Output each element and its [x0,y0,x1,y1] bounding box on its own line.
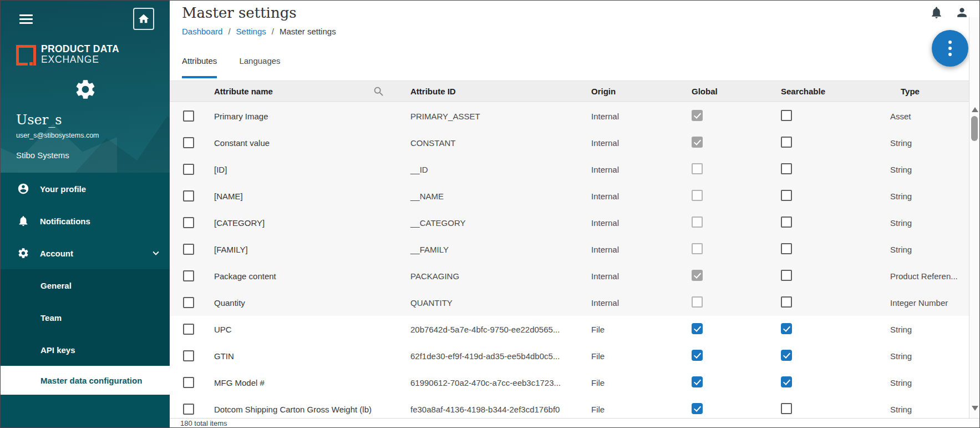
search-icon[interactable] [373,85,385,98]
row-select-checkbox[interactable] [183,137,194,148]
global-checkbox [692,163,703,174]
searchable-checkbox[interactable] [781,403,792,414]
searchable-checkbox[interactable] [781,163,792,174]
cell-attribute-id: fe30a8af-4136-4198-b344-2ef3cd176bf0 [404,405,585,414]
global-checkbox[interactable] [692,350,703,361]
header-type: Type [883,87,980,96]
table-row: GTIN62f1de30-ef9f-419d-ad35-ee5b4db0c5..… [170,343,969,369]
row-select-checkbox[interactable] [183,190,194,202]
searchable-checkbox[interactable] [781,350,792,361]
scroll-thumb[interactable] [971,116,978,141]
cell-type: String [883,351,969,361]
searchable-checkbox[interactable] [781,137,792,148]
searchable-checkbox[interactable] [781,323,792,334]
cell-attribute-name: Primary Image [207,112,404,121]
table-scrollbar[interactable] [969,17,980,418]
sidebar-item-team[interactable]: Team [1,301,170,334]
row-select-checkbox[interactable] [183,297,194,308]
cell-type: String [883,405,969,414]
breadcrumb-settings[interactable]: Settings [236,27,266,36]
global-checkbox[interactable] [692,376,703,387]
menu-icon[interactable] [19,14,33,24]
row-select-checkbox[interactable] [183,350,194,361]
logo-line1: PRODUCT DATA [41,44,119,54]
cell-type: String [883,218,969,228]
cell-attribute-id: __NAME [404,192,585,201]
tab-attributes[interactable]: Attributes [182,56,217,78]
row-select-checkbox[interactable] [183,164,194,175]
table-row: Primary ImagePRIMARY_ASSETInternalAsset [170,103,969,129]
cell-type: Integer Number [883,298,969,308]
cell-attribute-name: [ID] [207,165,404,174]
row-select-checkbox[interactable] [183,270,194,281]
sidebar-item-master-data-configuration[interactable]: Master data configuration [1,366,170,395]
cell-origin: File [585,325,685,334]
sidebar-item-general[interactable]: General [1,269,170,301]
chevron-down-icon [150,247,162,259]
tab-languages[interactable]: Languages [239,56,280,78]
searchable-checkbox[interactable] [781,270,792,281]
bell-icon [17,215,29,227]
row-select-checkbox[interactable] [183,377,194,388]
searchable-checkbox[interactable] [781,216,792,228]
global-checkbox [692,270,703,281]
table-row: Constant valueCONSTANTInternalString [170,129,969,156]
cell-origin: Internal [585,138,685,148]
person-circle-icon [17,183,29,195]
header-icons [930,6,969,19]
table-row: [NAME]__NAMEInternalString [170,183,969,209]
cell-attribute-id: 20b7642d-5a7e-4bfc-9750-ee22d0565... [404,325,585,334]
searchable-checkbox[interactable] [781,243,792,254]
cell-attribute-id: __CATEGORY [404,218,585,228]
global-checkbox [692,296,703,308]
cell-origin: Internal [585,112,685,121]
table-row: Package contentPACKAGINGInternalProduct … [170,263,969,289]
cell-attribute-name: [NAME] [207,192,404,201]
sidebar-item-your-profile[interactable]: Your profile [1,173,170,205]
cell-attribute-name: [CATEGORY] [207,218,404,228]
sidebar-nav: Your profile Notifications Account [1,173,170,269]
cell-attribute-id: __FAMILY [404,245,585,254]
searchable-checkbox[interactable] [781,110,792,121]
scroll-down-arrow-icon[interactable] [972,406,978,411]
cell-type: String [883,378,969,387]
account-submenu: General Team API keys Master data config… [1,269,170,395]
header-origin: Origin [585,87,685,96]
scroll-up-arrow-icon[interactable] [972,107,978,112]
cell-attribute-name: GTIN [207,351,404,361]
table-row: [ID]__IDInternalString [170,156,969,183]
searchable-checkbox[interactable] [781,296,792,308]
sidebar-item-account[interactable]: Account [1,237,170,269]
global-checkbox [692,110,703,121]
user-name: User_s [16,112,62,128]
global-checkbox[interactable] [692,403,703,414]
row-select-checkbox[interactable] [183,404,194,415]
global-checkbox[interactable] [692,323,703,334]
cell-origin: Internal [585,218,685,228]
cell-origin: Internal [585,192,685,201]
notifications-bell-icon[interactable] [930,6,943,19]
sidebar-item-notifications[interactable]: Notifications [1,205,170,237]
breadcrumb: Dashboard/Settings/Master settings [182,27,336,36]
row-select-checkbox[interactable] [183,110,194,122]
home-button[interactable] [133,8,154,30]
searchable-checkbox[interactable] [781,376,792,387]
sidebar-header: PRODUCT DATA EXCHANGE User_s user_s@stib… [1,1,170,173]
cell-origin: Internal [585,245,685,254]
header-attribute-name: Attribute name [207,85,404,98]
sidebar-item-api-keys[interactable]: API keys [1,334,170,366]
row-select-checkbox[interactable] [183,324,194,335]
searchable-checkbox[interactable] [781,190,792,201]
breadcrumb-dashboard[interactable]: Dashboard [182,27,222,36]
app-window: PRODUCT DATA EXCHANGE User_s user_s@stib… [0,0,980,428]
user-email: user_s@stibosystems.com [16,132,99,139]
row-select-checkbox[interactable] [183,244,194,255]
cell-attribute-id: PACKAGING [404,271,585,281]
user-profile-icon[interactable] [955,6,969,19]
table-row: Dotcom Shipping Carton Gross Weight (lb)… [170,396,969,418]
table-body: Primary ImagePRIMARY_ASSETInternalAssetC… [170,103,969,418]
row-select-checkbox[interactable] [183,217,194,228]
actions-fab-button[interactable] [932,30,968,67]
sidebar: PRODUCT DATA EXCHANGE User_s user_s@stib… [1,1,170,428]
home-icon [138,13,150,25]
